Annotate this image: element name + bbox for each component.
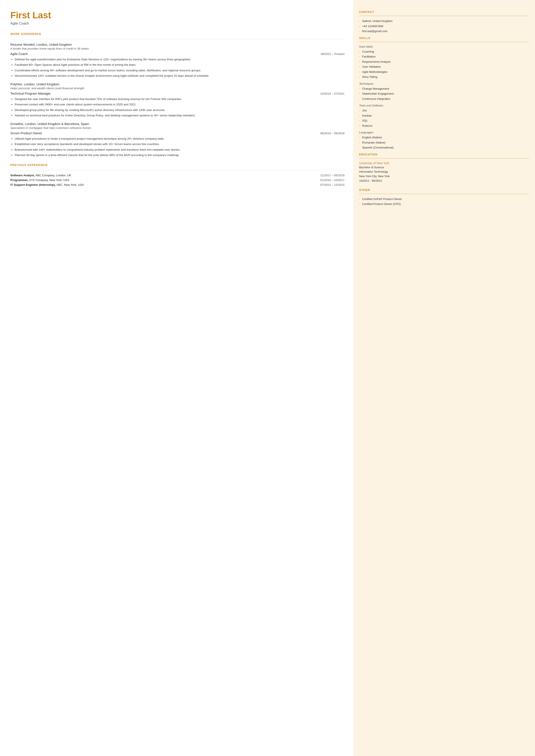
company-name-text-2: Polyhire, <box>10 82 23 86</box>
edu-field: Information Technology <box>359 170 529 174</box>
previous-experience-list: Software Analyst, ABC Company, London, U… <box>10 174 345 186</box>
company-name-2: Polyhire, London, United Kingdom <box>10 82 60 86</box>
bullet-2-3: Developed group policy for file sharing … <box>14 108 345 112</box>
other-divider <box>359 194 529 194</box>
prev-exp-company-1: ABC Company, London, UK <box>35 174 71 177</box>
other-item-2: Certified Product Owner (CPO) <box>359 202 529 206</box>
company-tagline-3: Specializes in mortgages that help custo… <box>10 126 345 129</box>
technique-1: Change Management <box>359 87 529 91</box>
prev-exp-title-bold-1: Software Analyst, <box>10 174 35 177</box>
prev-exp-company-3: ABC, New York, USA <box>56 183 84 186</box>
edu-degree: Bachelor of Science <box>359 165 529 170</box>
job-row-3: Scrum Product Owner 06/2018 – 09/2019 <box>10 131 345 135</box>
hard-skill-5: Agile Methodologies <box>359 70 529 74</box>
candidate-title: Agile Coach <box>10 21 345 25</box>
tool-4: Rubicon <box>359 124 529 128</box>
prev-exp-title-bold-3: IT Support Engineer (Internship), <box>10 183 56 186</box>
bullet-1-2: Facilitated 60+ Open Spaces about Agile … <box>14 63 345 67</box>
other-list: Certified SAFe® Product Owner Certified … <box>359 197 529 206</box>
company-header-1: Resume Worded, London, United Kingdom <box>10 43 345 46</box>
prev-exp-title-bold-2: Programmer, <box>10 179 28 182</box>
education-divider <box>359 158 529 158</box>
hard-skills-label: Hard Skills: <box>359 45 529 48</box>
bullet-3-2: Established user story acceptance standa… <box>14 142 345 146</box>
technique-3: Continuous Integration <box>359 97 529 101</box>
contact-item-2: +44 1234567890 <box>359 24 529 28</box>
other-item-1: Certified SAFe® Product Owner <box>359 197 529 201</box>
prev-exp-dates-3: 07/2014 – 12/2015 <box>320 183 345 186</box>
prev-exp-dates-1: 11/2017 – 05/2018 <box>320 174 345 177</box>
job-bullets-3: Utilized Agile procedures to foster a tr… <box>10 137 345 157</box>
prev-exp-dates-2: 01/2016 – 10/2017 <box>320 179 345 182</box>
job-dates-1: 08/2021 – Present <box>321 52 344 56</box>
techniques-label: Techniques: <box>359 82 529 85</box>
languages-list: English (Native) Romanian (Native) Spani… <box>359 135 529 150</box>
job-row-2: Technical Program Manager 10/2019 – 07/2… <box>10 92 345 95</box>
contact-list: Salford, United Kingdom +44 1234567890 f… <box>359 19 529 33</box>
technique-2: Stakeholder Engagement <box>359 92 529 96</box>
bullet-3-1: Utilized Agile procedures to foster a tr… <box>14 137 345 141</box>
previous-experience-section-title: PREVIOUS EXPERIENCE <box>10 163 345 167</box>
hard-skills-list: Coaching Facilitation Requirements Analy… <box>359 49 529 79</box>
company-header-3: Growthsi, London, United Kingdom & Barce… <box>10 122 345 126</box>
job-row-1: Agile Coach 08/2021 – Present <box>10 52 345 56</box>
company-block-3: Growthsi, London, United Kingdom & Barce… <box>10 122 345 157</box>
skills-section-title: SKILLS <box>359 37 529 40</box>
job-title-3: Scrum Product Owner <box>10 131 42 135</box>
work-experience-divider <box>10 39 345 39</box>
language-1: English (Native) <box>359 135 529 140</box>
previous-experience-divider <box>10 170 345 170</box>
hard-skill-3: Requirements Analysis <box>359 60 529 64</box>
hard-skill-4: User Validation <box>359 65 529 69</box>
company-location-3: London, United Kingdom & Barcelona, Spai… <box>25 122 89 126</box>
hard-skill-6: Story Telling <box>359 75 529 79</box>
hard-skill-2: Facilitation <box>359 55 529 59</box>
job-dates-2: 10/2019 – 07/2021 <box>320 92 345 95</box>
contact-item-1: Salford, United Kingdom <box>359 19 529 23</box>
job-title-2: Technical Program Manager <box>10 92 51 95</box>
job-title-1: Agile Coach <box>10 52 28 56</box>
tool-2: Kanban <box>359 114 529 118</box>
job-bullets-1: Defined the agile transformation plan fo… <box>10 57 345 78</box>
company-name-3: Growthsi, London, United Kingdom & Barce… <box>10 122 89 126</box>
company-tagline-1: A lender that provides home equity lines… <box>10 47 345 50</box>
bullet-3-3: Brainstormed with 140+ stakeholders to c… <box>14 148 345 152</box>
company-name-text-1: Resume Worded, <box>10 43 35 46</box>
work-experience-section-title: WORK EXPERIENCE <box>10 32 345 36</box>
company-block-1: Resume Worded, London, United Kingdom A … <box>10 43 345 78</box>
bullet-2-1: Designed the user interface for RW's pil… <box>14 97 345 101</box>
bullet-3-4: Planned 30-day sprints in a time-efficie… <box>14 153 345 157</box>
job-bullets-2: Designed the user interface for RW's pil… <box>10 97 345 118</box>
bullet-2-4: Advised on technical best practices for … <box>14 113 345 118</box>
bullet-2-2: Preserved contact with 3400+ end-user cl… <box>14 102 345 107</box>
prev-exp-title-1: Software Analyst, ABC Company, London, U… <box>10 174 71 177</box>
company-block-2: Polyhire, London, United Kingdom Helps p… <box>10 82 345 118</box>
education-section-title: EDUCATION <box>359 153 529 156</box>
company-location-2: London, United Kingdom <box>24 82 60 86</box>
prev-exp-title-3: IT Support Engineer (Internship), ABC, N… <box>10 183 84 186</box>
sidebar: CONTACT Salford, United Kingdom +44 1234… <box>353 0 535 756</box>
hard-skill-1: Coaching <box>359 49 529 54</box>
other-section-title: OTHER <box>359 188 529 192</box>
job-dates-3: 06/2018 – 09/2019 <box>320 132 345 135</box>
contact-section-title: CONTACT <box>359 10 529 14</box>
edu-school: University of New York <box>359 161 529 165</box>
company-header-2: Polyhire, London, United Kingdom <box>10 82 345 86</box>
tool-3: SQL <box>359 119 529 123</box>
company-tagline-2: Helps personal, and wealth clients build… <box>10 87 345 90</box>
edu-location: New York City, New York <box>359 174 529 179</box>
languages-label: Languages: <box>359 131 529 134</box>
skills-divider <box>359 42 529 42</box>
company-name-text-3: Growthsi, <box>10 122 24 126</box>
tools-list: Jira Kanban SQL Rubicon <box>359 108 529 128</box>
company-name-1: Resume Worded, London, United Kingdom <box>10 43 72 46</box>
techniques-list: Change Management Stakeholder Engagement… <box>359 87 529 101</box>
bullet-1-4: Decommissioned 120+ outdated servers in … <box>14 74 345 78</box>
contact-item-3: first.last@gmail.com <box>359 29 529 33</box>
tools-label: Tools and Software: <box>359 104 529 107</box>
candidate-name: First Last <box>10 10 345 20</box>
prev-exp-title-2: Programmer, XYZ Company, New York, USA <box>10 179 70 182</box>
company-location-1: London, United Kingdom <box>37 43 72 46</box>
bullet-1-1: Defined the agile transformation plan fo… <box>14 57 345 62</box>
prev-exp-row-1: Software Analyst, ABC Company, London, U… <box>10 174 345 177</box>
